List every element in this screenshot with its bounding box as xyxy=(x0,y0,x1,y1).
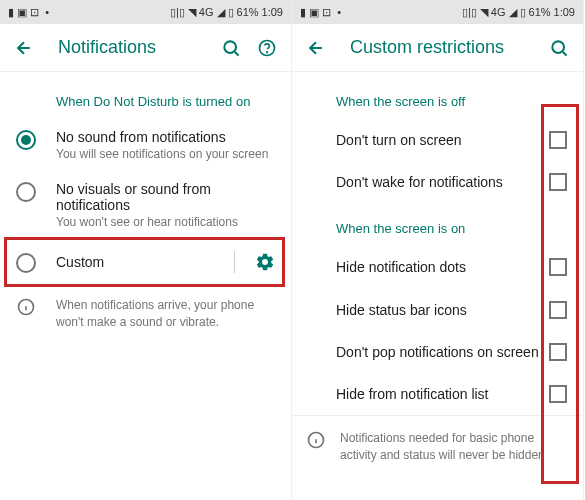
clock: 1:09 xyxy=(262,6,283,18)
check-hide-from-list[interactable]: Hide from notification list xyxy=(292,373,583,415)
back-icon[interactable] xyxy=(306,38,326,58)
battery-percent: 61% xyxy=(237,6,259,18)
status-left-icons: ▮ ▣ ⊡ • xyxy=(300,6,341,19)
status-bar: ▮ ▣ ⊡ • ▯|▯ ◥ 4G ◢ ▯ 61% 1:09 xyxy=(292,0,583,24)
check-label: Don't wake for notifications xyxy=(336,173,549,191)
radio-no-visuals-sound[interactable]: No visuals or sound from notifications Y… xyxy=(0,171,291,239)
page-title: Notifications xyxy=(58,37,197,58)
battery-icon: ▯ xyxy=(228,6,234,19)
radio-button[interactable] xyxy=(16,182,36,202)
section-header-dnd: When Do Not Disturb is turned on xyxy=(0,80,291,119)
info-icon xyxy=(306,430,326,450)
signal-label: 4G xyxy=(199,6,214,18)
search-icon[interactable] xyxy=(221,38,241,58)
signal-icon: ◢ xyxy=(217,6,225,19)
signal-label: 4G xyxy=(491,6,506,18)
check-label: Hide from notification list xyxy=(336,385,549,403)
check-dont-turn-on-screen[interactable]: Don't turn on screen xyxy=(292,119,583,161)
svg-point-4 xyxy=(552,41,564,53)
check-dont-wake[interactable]: Don't wake for notifications xyxy=(292,161,583,203)
footer-info: Notifications needed for basic phone act… xyxy=(292,415,583,474)
radio-no-sound[interactable]: No sound from notifications You will see… xyxy=(0,119,291,171)
page-title: Custom restrictions xyxy=(350,37,525,58)
footer-info-text: Notifications needed for basic phone act… xyxy=(340,430,567,464)
back-icon[interactable] xyxy=(14,38,34,58)
battery-percent: 61% xyxy=(529,6,551,18)
info-row: When notifications arrive, your phone wo… xyxy=(0,285,291,343)
check-label: Don't pop notifications on screen xyxy=(336,343,549,361)
radio-button[interactable] xyxy=(16,130,36,150)
checkbox[interactable] xyxy=(549,131,567,149)
check-label: Hide status bar icons xyxy=(336,301,549,319)
info-text: When notifications arrive, your phone wo… xyxy=(56,297,275,331)
check-label: Don't turn on screen xyxy=(336,131,549,149)
check-dont-pop[interactable]: Don't pop notifications on screen xyxy=(292,331,583,373)
checkbox[interactable] xyxy=(549,173,567,191)
check-hide-dots[interactable]: Hide notification dots xyxy=(292,246,583,288)
clock: 1:09 xyxy=(554,6,575,18)
wifi-icon: ◥ xyxy=(480,6,488,19)
svg-point-0 xyxy=(224,41,236,53)
svg-point-2 xyxy=(267,51,268,52)
check-label: Hide notification dots xyxy=(336,258,549,276)
battery-icon: ▯ xyxy=(520,6,526,19)
info-icon xyxy=(16,297,36,317)
radio-subtitle: You won't see or hear notifications xyxy=(56,215,275,229)
app-bar: Notifications xyxy=(0,24,291,72)
help-icon[interactable] xyxy=(257,38,277,58)
vibrate-icon: ▯|▯ xyxy=(170,6,185,19)
search-icon[interactable] xyxy=(549,38,569,58)
radio-title: No sound from notifications xyxy=(56,129,275,145)
checkbox[interactable] xyxy=(549,343,567,361)
radio-button[interactable] xyxy=(16,253,36,273)
radio-title: Custom xyxy=(56,254,214,270)
status-left-icons: ▮ ▣ ⊡ • xyxy=(8,6,49,19)
radio-subtitle: You will see notifications on your scree… xyxy=(56,147,275,161)
gear-icon[interactable] xyxy=(255,252,275,272)
checkbox[interactable] xyxy=(549,258,567,276)
check-hide-statusbar-icons[interactable]: Hide status bar icons xyxy=(292,289,583,331)
divider xyxy=(234,251,235,273)
vibrate-icon: ▯|▯ xyxy=(462,6,477,19)
signal-icon: ◢ xyxy=(509,6,517,19)
checkbox[interactable] xyxy=(549,385,567,403)
section-header-screen-on: When the screen is on xyxy=(292,203,583,246)
status-bar: ▮ ▣ ⊡ • ▯|▯ ◥ 4G ◢ ▯ 61% 1:09 xyxy=(0,0,291,24)
radio-title: No visuals or sound from notifications xyxy=(56,181,275,213)
checkbox[interactable] xyxy=(549,301,567,319)
wifi-icon: ◥ xyxy=(188,6,196,19)
section-header-screen-off: When the screen is off xyxy=(292,80,583,119)
radio-custom[interactable]: Custom xyxy=(0,239,291,285)
app-bar: Custom restrictions xyxy=(292,24,583,72)
